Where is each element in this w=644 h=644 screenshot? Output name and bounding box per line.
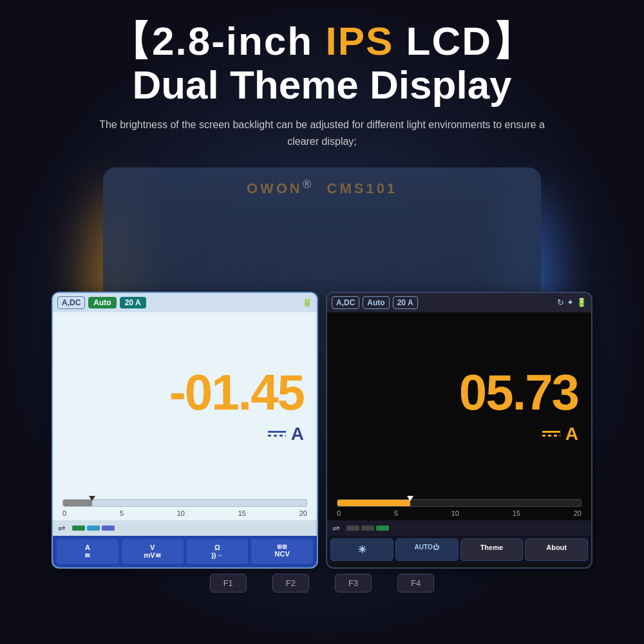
light-bar-1	[72, 526, 85, 531]
dark-bar-3	[376, 526, 389, 531]
light-scale-15: 15	[238, 509, 246, 517]
light-unit: A	[291, 424, 304, 444]
light-func-btn-v-top: V	[124, 544, 181, 551]
light-badge-current: 20 A	[120, 297, 146, 308]
dark-scale-0: 0	[337, 509, 341, 517]
dark-dc-dashed-line	[542, 435, 560, 437]
dark-dc-symbol: A	[542, 424, 578, 444]
fkey-f3[interactable]: F3	[335, 574, 372, 592]
light-dc-dashed-line	[268, 435, 286, 437]
dark-scale-bar: 0 5 10 15 20	[337, 499, 582, 517]
dark-scale-5: 5	[394, 509, 398, 517]
light-func-btn-ohm-top: Ω	[189, 544, 246, 551]
light-dc-symbol: A	[268, 424, 304, 444]
dark-func-arrow: ⇌	[332, 523, 340, 533]
dark-rotate-icon: ↻	[557, 298, 564, 307]
light-func-buttons: A ≅ V mV≅ Ω ))→ ⊞⊞ NCV	[53, 536, 317, 567]
light-func-btn-a-top: A	[59, 544, 116, 551]
dark-func-btn-auto[interactable]: AUTO⏻	[395, 538, 459, 561]
light-status-bar: A,DC Auto 20 A 🔋	[53, 293, 317, 312]
light-badge-mode: A,DC	[57, 296, 85, 309]
light-func-btn-v-bot: mV≅	[124, 551, 181, 560]
title-text-1: 2.8-inch	[152, 19, 326, 63]
dark-status-bar: A,DC Auto 20 A ↻ ✦ 🔋	[327, 293, 591, 312]
fkey-f2[interactable]: F2	[272, 574, 309, 592]
light-func-btn-v[interactable]: V mV≅	[121, 538, 184, 565]
light-badge-range: Auto	[88, 297, 116, 308]
dark-theme-screen: A,DC Auto 20 A ↻ ✦ 🔋 05.73 A	[326, 292, 592, 569]
dark-badge-mode: A,DC	[332, 296, 359, 309]
light-bar-3	[102, 526, 115, 531]
dark-unit: A	[565, 424, 578, 444]
subtitle-text: The brightness of the screen backlight c…	[97, 117, 547, 149]
dark-func-btn-about[interactable]: About	[525, 538, 588, 561]
dark-battery-bars	[346, 526, 389, 531]
dark-dc-lines	[542, 431, 560, 437]
light-main-value: -01.45	[66, 367, 304, 417]
dark-bar-2	[361, 526, 374, 531]
light-scale-5: 5	[120, 509, 124, 517]
light-scale-10: 10	[177, 509, 185, 517]
light-dc-lines	[268, 431, 286, 437]
dark-dc-solid-line	[542, 431, 560, 433]
light-func-arrow: ⇌	[58, 523, 66, 533]
dark-badge-current: 20 A	[393, 296, 418, 309]
title-text-2: LCD	[393, 19, 492, 63]
dark-scale-fill	[337, 500, 410, 506]
fkeys-row: F1 F2 F3 F4	[0, 574, 644, 605]
about-label: About	[528, 544, 585, 551]
dark-display-area: 05.73 A	[327, 312, 591, 493]
screens-container: A,DC Auto 20 A 🔋 -01.45 A	[52, 163, 592, 569]
light-theme-screen: A,DC Auto 20 A 🔋 -01.45 A	[52, 292, 318, 569]
light-scale-fill	[63, 500, 92, 506]
header-section: 【2.8-inch IPS LCD】 Dual Theme Display Th…	[0, 0, 644, 156]
dark-bt-icon: ✦	[567, 298, 574, 307]
dark-scale-20: 20	[574, 509, 582, 517]
dark-func-bar-top: ⇌	[327, 520, 591, 536]
fkey-f1[interactable]: F1	[210, 574, 247, 592]
light-dc-solid-line	[268, 431, 286, 433]
light-func-bar-top: ⇌	[53, 520, 317, 536]
bracket-close: 】	[492, 19, 533, 63]
fkey-f4[interactable]: F4	[397, 574, 434, 592]
dark-scale-track	[337, 499, 582, 507]
light-scale-0: 0	[62, 509, 66, 517]
dark-scale-10: 10	[451, 509, 459, 517]
ips-text: IPS	[325, 19, 393, 63]
title-line1: 【2.8-inch IPS LCD】	[26, 19, 618, 63]
dark-battery-icon: 🔋	[576, 298, 587, 307]
dark-scale-labels: 0 5 10 15 20	[337, 509, 582, 517]
dark-func-btn-theme[interactable]: Theme	[460, 538, 524, 561]
light-func-btn-ohm-bot: ))→	[189, 551, 246, 559]
title-line2: Dual Theme Display	[26, 63, 618, 107]
light-scale-section: 0 5 10 15 20	[53, 493, 317, 520]
light-func-btn-ncv-top: ⊞⊞	[254, 544, 310, 550]
dark-bar-1	[346, 526, 359, 531]
light-scale-track	[62, 499, 307, 507]
light-scale-labels: 0 5 10 15 20	[62, 509, 307, 517]
light-func-btn-ncv[interactable]: ⊞⊞ NCV	[251, 538, 314, 565]
theme-label: Theme	[464, 544, 520, 551]
brightness-icon: ☀	[334, 544, 390, 556]
light-func-btn-a-bot: ≅	[59, 551, 116, 560]
light-bar-2	[87, 526, 100, 531]
light-status-icons: 🔋	[302, 298, 312, 307]
dark-scale-15: 15	[513, 509, 520, 517]
light-func-btn-a[interactable]: A ≅	[56, 538, 119, 565]
light-func-btn-ncv-bot: NCV	[254, 550, 310, 558]
dark-status-icons: ↻ ✦ 🔋	[557, 298, 587, 307]
light-scale-pointer	[89, 496, 95, 501]
dark-scale-pointer	[407, 496, 413, 501]
light-func-btn-ohm[interactable]: Ω ))→	[186, 538, 249, 565]
light-display-area: -01.45 A	[53, 312, 317, 493]
light-battery-icon: 🔋	[302, 298, 312, 307]
auto-power-label: AUTO⏻	[399, 544, 455, 551]
dark-func-buttons: ☀ AUTO⏻ Theme About	[327, 536, 591, 564]
light-scale-20: 20	[299, 509, 307, 517]
dark-func-btn-brightness[interactable]: ☀	[330, 538, 393, 561]
light-battery-bars	[72, 526, 115, 531]
dark-badge-range: Auto	[363, 296, 389, 309]
light-scale-bar: 0 5 10 15 20	[62, 499, 307, 517]
dark-main-value: 05.73	[340, 367, 578, 417]
bracket-open: 【	[111, 19, 152, 63]
